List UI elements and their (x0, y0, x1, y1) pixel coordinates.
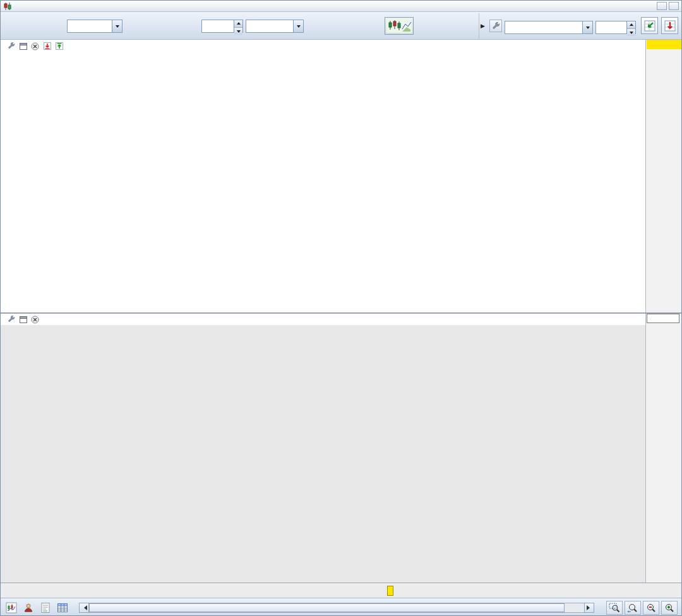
popout-window-icon[interactable] (18, 315, 28, 324)
chart-icon (6, 602, 17, 613)
trader-account-button[interactable] (21, 601, 35, 615)
table-view-button[interactable] (56, 601, 69, 615)
order-settings-wrench-button[interactable] (489, 20, 502, 32)
rsi-chart-svg[interactable] (1, 325, 645, 583)
zoom-out-button[interactable] (643, 601, 659, 615)
cursor-time-badge (387, 586, 393, 596)
wrench-icon (492, 22, 500, 30)
zoom-in-button[interactable] (661, 601, 678, 615)
tick-count-spinner[interactable] (201, 20, 243, 33)
chart-style-button[interactable] (385, 17, 414, 35)
rsi-axis[interactable] (645, 314, 681, 583)
scrollbar-track[interactable] (89, 603, 584, 613)
document-icon (40, 602, 51, 613)
tick-unit-select[interactable] (246, 20, 304, 33)
order-type-select[interactable] (505, 21, 593, 34)
buy-ticket-button[interactable] (641, 17, 658, 34)
zoom-in-icon (664, 603, 675, 613)
rsi-value-badge (647, 314, 679, 323)
settings-wrench-icon[interactable] (6, 42, 16, 51)
buy-arrow-grid-icon (643, 20, 656, 32)
zoom-tools (606, 601, 678, 615)
sell-ticket-button[interactable] (661, 17, 678, 34)
toolbar-separator (479, 13, 479, 38)
table-icon (57, 602, 68, 613)
sell-arrow-grid-icon (664, 20, 676, 32)
close-button[interactable] (669, 2, 679, 10)
units-select[interactable] (67, 20, 123, 33)
increment-icon[interactable] (234, 20, 242, 28)
zoom-selection-button[interactable] (606, 601, 623, 615)
settings-wrench-icon[interactable] (6, 315, 16, 324)
close-panel-icon[interactable] (30, 42, 40, 51)
chevron-down-icon[interactable] (582, 21, 592, 33)
scroll-left-button[interactable] (79, 603, 89, 613)
rsi-panel-header (1, 314, 645, 325)
popout-window-icon[interactable] (18, 42, 28, 51)
candles-app-icon (3, 3, 12, 10)
report-list-button[interactable] (39, 601, 52, 615)
main-toolbar: ▶ (1, 12, 681, 40)
increment-icon[interactable] (627, 21, 635, 29)
trading-window: ▶ (0, 0, 682, 616)
time-axis[interactable] (1, 583, 681, 598)
titlebar (1, 1, 681, 12)
rsi-panel (1, 314, 681, 583)
triangle-right-icon (587, 605, 592, 610)
decrement-icon[interactable] (627, 29, 635, 36)
minimize-button[interactable] (657, 2, 667, 10)
copyright-notice (4, 304, 7, 311)
price-chart-svg[interactable] (1, 52, 645, 312)
cursor-price-badge (647, 40, 681, 49)
zoom-out-icon (645, 603, 657, 613)
chart-view-button[interactable] (4, 601, 18, 615)
price-panel (1, 40, 681, 312)
scrollbar-thumb[interactable] (89, 603, 565, 612)
zoom-auto-icon (627, 603, 638, 613)
time-scrollbar[interactable] (79, 603, 594, 613)
sell-alert-arrow-icon[interactable] (42, 42, 52, 51)
chevron-down-icon[interactable] (112, 20, 122, 32)
quantity-stepper[interactable] (595, 21, 636, 34)
close-panel-icon[interactable] (30, 315, 40, 324)
person-icon (23, 602, 34, 613)
bottom-toolbar (1, 598, 681, 616)
price-panel-header (1, 40, 645, 52)
triangle-left-icon (81, 605, 87, 610)
chevron-down-icon[interactable] (293, 20, 303, 32)
zoom-selection-icon (609, 603, 620, 613)
buy-alert-arrow-icon[interactable] (54, 42, 64, 51)
collapse-panel-arrow-icon[interactable]: ▶ (481, 23, 485, 29)
decrement-icon[interactable] (234, 28, 242, 35)
zoom-auto-button[interactable] (625, 601, 641, 615)
mini-chart-icon (386, 19, 412, 33)
price-axis[interactable] (645, 40, 681, 312)
scroll-right-button[interactable] (584, 603, 594, 613)
